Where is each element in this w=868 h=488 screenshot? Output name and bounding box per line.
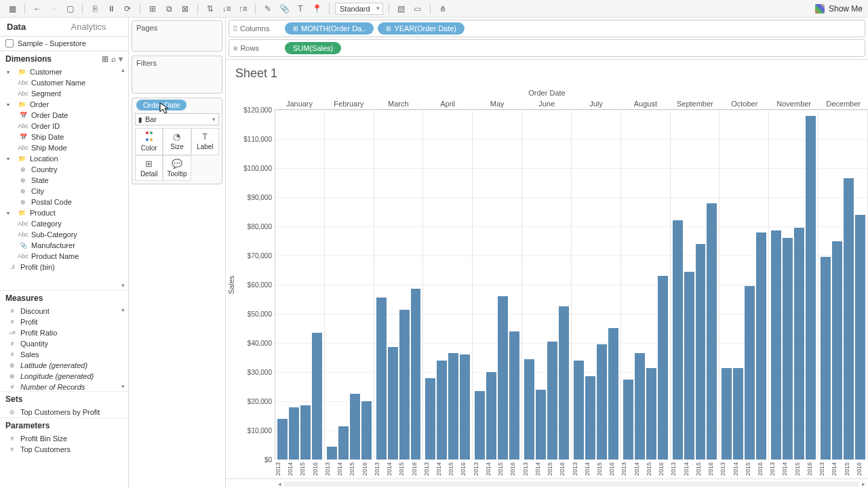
bar[interactable] [486, 372, 496, 460]
folder-row[interactable]: ▾📁Product [0, 207, 128, 218]
bar[interactable] [437, 361, 447, 460]
filters-shelf[interactable]: Filters [132, 56, 222, 94]
row-pill[interactable]: SUM(Sales) [285, 42, 341, 54]
view-grid-icon[interactable]: ⊞ [102, 54, 108, 64]
bar[interactable] [597, 344, 607, 460]
sheet-title[interactable]: Sheet 1 [226, 60, 868, 87]
pages-shelf[interactable]: Pages [132, 20, 222, 52]
bar[interactable] [559, 306, 569, 460]
field-row[interactable]: AbcShip Mode [0, 142, 128, 153]
menu-icon[interactable]: ▾ [119, 54, 123, 64]
bar[interactable] [806, 116, 816, 460]
bar[interactable] [289, 407, 299, 460]
bar[interactable] [300, 405, 311, 460]
bar[interactable] [635, 353, 645, 460]
fit-select[interactable]: Standard [335, 3, 383, 15]
scroll-up-icon[interactable]: ▴ [119, 66, 127, 75]
bar[interactable] [623, 380, 633, 460]
bar[interactable] [673, 220, 683, 460]
bar[interactable] [844, 178, 854, 460]
scroll-down-icon[interactable]: ▾ [119, 383, 127, 391]
field-row[interactable]: =#Profit Ratio [0, 327, 128, 338]
field-row[interactable]: AbcSub-Category [0, 229, 128, 240]
highlight-icon[interactable]: ✎ [261, 2, 275, 16]
field-row[interactable]: #Profit Bin Size [0, 433, 128, 444]
field-row[interactable]: ⊕Longitude (generated) [0, 371, 128, 382]
field-row[interactable]: AbcSegment [0, 88, 128, 99]
bar[interactable] [707, 203, 717, 460]
swap-icon[interactable]: ⇅ [203, 2, 217, 16]
bar[interactable] [448, 353, 458, 460]
color-card[interactable]: Color [135, 128, 163, 155]
scroll-up-icon[interactable]: ▴ [119, 306, 127, 314]
folder-row[interactable]: ▾📁Customer [0, 66, 128, 77]
bar[interactable] [524, 359, 534, 460]
bar[interactable] [312, 333, 322, 460]
bar[interactable] [696, 244, 706, 460]
clear-icon[interactable]: ⊠ [178, 2, 192, 16]
field-row[interactable]: #Sales [0, 349, 128, 360]
field-row[interactable]: AbcOrder ID [0, 121, 128, 131]
bar[interactable] [460, 354, 470, 460]
tooltip-card[interactable]: 💬Tooltip [163, 155, 191, 181]
bar[interactable] [608, 328, 618, 459]
bar[interactable] [425, 378, 435, 460]
bar[interactable] [646, 368, 656, 460]
h-scrollbar[interactable]: ◂ ▸ [226, 479, 868, 488]
save-icon[interactable]: ▢ [63, 2, 77, 16]
bar[interactable] [855, 215, 865, 460]
pin-icon[interactable]: 📍 [310, 2, 323, 16]
field-row[interactable]: 📅Ship Date [0, 131, 128, 142]
presentation-icon[interactable]: ▭ [411, 2, 425, 16]
bar[interactable] [536, 390, 546, 460]
mark-type-select[interactable]: ▮ Bar [135, 113, 219, 125]
share-icon[interactable]: ⋔ [436, 2, 450, 16]
bar[interactable] [821, 257, 831, 460]
bar[interactable] [509, 331, 519, 460]
refresh-icon[interactable]: ⟳ [121, 2, 134, 16]
detail-card[interactable]: ⊞Detail [135, 155, 163, 181]
label-card[interactable]: TLabel [191, 128, 219, 155]
scroll-down-icon[interactable]: ▾ [119, 282, 127, 290]
show-me-button[interactable]: Show Me [815, 4, 863, 14]
forward-icon[interactable]: → [47, 2, 60, 16]
field-row[interactable]: ⊘Top Customers by Profit [0, 407, 128, 418]
field-row[interactable]: ⊕City [0, 186, 128, 197]
bar[interactable] [658, 276, 668, 460]
new-worksheet-icon[interactable]: ⊞ [146, 2, 159, 16]
tab-data[interactable]: Data [0, 18, 64, 36]
column-pill[interactable]: ⊞MONTH(Order Da.. [285, 22, 374, 35]
scroll-right-icon[interactable]: ▸ [859, 481, 868, 487]
bar[interactable] [585, 376, 595, 460]
field-row[interactable]: ⊕Country [0, 164, 128, 175]
field-row[interactable]: #Number of Records [0, 382, 128, 391]
duplicate-icon[interactable]: ⧉ [162, 2, 176, 16]
show-cards-icon[interactable]: ▤ [395, 2, 408, 16]
column-pill[interactable]: ⊞YEAR(Order Date) [378, 22, 465, 35]
columns-shelf[interactable]: ⦙⦙⦙Columns ⊞MONTH(Order Da.. ⊞YEAR(Order… [229, 20, 865, 37]
bar[interactable] [327, 447, 337, 460]
field-row[interactable]: ⊕State [0, 175, 128, 186]
bar[interactable] [794, 228, 804, 460]
tab-analytics[interactable]: Analytics [64, 18, 129, 36]
bar[interactable] [277, 419, 288, 460]
scroll-left-icon[interactable]: ◂ [275, 481, 284, 487]
field-row[interactable]: 📎Manufacturer [0, 240, 128, 251]
field-row[interactable]: #Quantity [0, 338, 128, 349]
field-row[interactable]: AbcCustomer Name [0, 77, 128, 88]
bar[interactable] [574, 361, 584, 460]
bar[interactable] [475, 391, 485, 460]
bar[interactable] [745, 286, 755, 460]
bar[interactable] [399, 310, 410, 460]
bar[interactable] [376, 298, 387, 460]
bar[interactable] [338, 426, 349, 460]
rows-shelf[interactable]: ≡Rows SUM(Sales) [229, 39, 865, 57]
bar[interactable] [411, 289, 421, 460]
bar[interactable] [783, 238, 793, 460]
tableau-logo-icon[interactable]: ▦ [5, 2, 19, 16]
bar[interactable] [388, 347, 398, 460]
bar[interactable] [733, 368, 743, 460]
field-row[interactable]: ⊕Latitude (generated) [0, 360, 128, 371]
sort-asc-icon[interactable]: ↓≡ [220, 2, 233, 16]
bar[interactable] [547, 342, 557, 460]
